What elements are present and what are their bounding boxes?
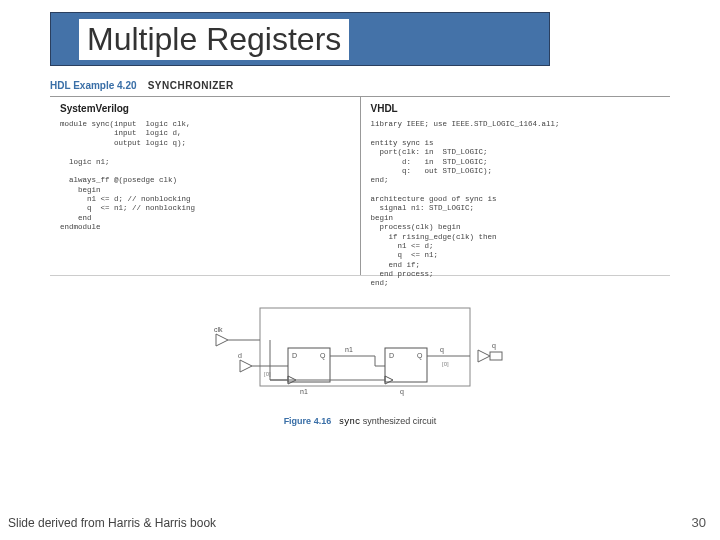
svg-marker-18 <box>478 350 490 362</box>
example-name: SYNCHRONIZER <box>148 80 234 91</box>
ff2-q: Q <box>417 352 423 360</box>
svg-marker-1 <box>216 334 228 346</box>
net-n1: n1 <box>345 346 353 353</box>
svg-marker-3 <box>240 360 252 372</box>
vhdl-heading: VHDL <box>371 103 661 114</box>
vhdl-column: VHDL library IEEE; use IEEE.STD_LOGIC_11… <box>361 97 671 275</box>
ff2-d: D <box>389 352 394 359</box>
systemverilog-code: module sync(input logic clk, input logic… <box>60 120 350 233</box>
svg-marker-13 <box>385 376 393 384</box>
footer-attribution: Slide derived from Harris & Harris book <box>8 516 216 530</box>
systemverilog-column: SystemVerilog module sync(input logic cl… <box>50 97 361 275</box>
svg-rect-19 <box>490 352 502 360</box>
q-port-label: q <box>492 342 496 350</box>
clk-label: clk <box>214 326 223 333</box>
slide-title: Multiple Registers <box>79 19 349 60</box>
vhdl-code: library IEEE; use IEEE.STD_LOGIC_1164.al… <box>371 120 661 289</box>
figure-mono: sync <box>339 417 361 427</box>
slide-number: 30 <box>692 515 706 530</box>
svg-rect-0 <box>260 308 470 386</box>
synthesized-circuit-diagram: clk d [0] D Q n1 n1 D Q q q [0] <box>210 300 510 410</box>
figure-rest: synthesized circuit <box>363 416 437 426</box>
ff1-d: D <box>292 352 297 359</box>
d-port-label: d <box>238 352 242 359</box>
ff1-q: Q <box>320 352 326 360</box>
systemverilog-heading: SystemVerilog <box>60 103 350 114</box>
q-index: [0] <box>442 361 449 367</box>
example-label: HDL Example 4.20 <box>50 80 137 91</box>
title-bar: Multiple Registers <box>50 12 550 66</box>
figure-caption: Figure 4.16 sync synthesized circuit <box>0 416 720 427</box>
example-header: HDL Example 4.20 SYNCHRONIZER <box>50 80 234 91</box>
figure-label: Figure 4.16 <box>284 416 332 426</box>
ff1-inst: n1 <box>300 388 308 395</box>
ff2-inst: q <box>400 388 404 396</box>
code-columns: SystemVerilog module sync(input logic cl… <box>50 96 670 276</box>
net-q: q <box>440 346 444 354</box>
